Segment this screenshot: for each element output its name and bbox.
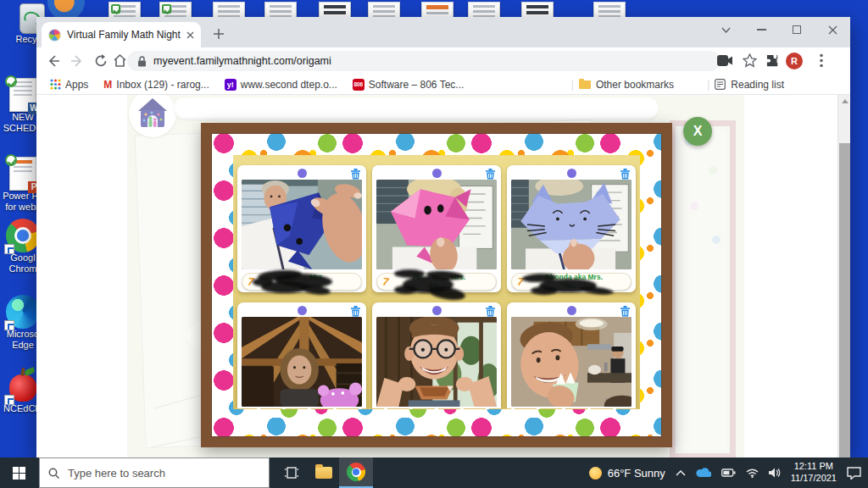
sun-icon [589, 467, 602, 480]
photo-pink-origami-pig[interactable] [376, 180, 497, 269]
folder-icon [579, 80, 591, 89]
tab-virtual-family-math-night[interactable]: Virtual Family Math Night [42, 22, 201, 47]
clock-date: 11/17/2021 [791, 473, 837, 483]
scroll-up-arrow[interactable] [842, 99, 849, 103]
bookmark-gmail-inbox[interactable]: M Inbox (129) - rarog... [103, 79, 209, 91]
select-dot-icon[interactable] [298, 306, 307, 315]
file-explorer-button[interactable] [307, 458, 341, 488]
clock-time: 12:11 PM [794, 461, 833, 471]
back-button[interactable] [47, 54, 60, 68]
bookmark-software-806[interactable]: 806 Software – 806 Tec... [353, 79, 465, 91]
extensions-puzzle-icon[interactable] [765, 53, 780, 68]
address-bar[interactable]: myevent.familymathnight.com/origami [127, 51, 721, 71]
select-dot-icon[interactable] [298, 169, 307, 178]
kebab-menu-icon[interactable] [820, 53, 823, 68]
profile-avatar[interactable]: R [786, 53, 803, 69]
home-button[interactable] [113, 53, 127, 68]
browser-toolbar: myevent.familymathnight.com/origami R [36, 47, 850, 75]
delete-trash-icon[interactable] [485, 305, 496, 317]
page-viewport: Be [36, 95, 850, 458]
taskbar-search-input[interactable]: Type here to search [39, 458, 270, 488]
maximize-button[interactable] [779, 17, 815, 42]
apple-icon [6, 368, 40, 403]
tray-expand-chevron[interactable] [676, 470, 686, 476]
photo-card: 7 Ph.... to .... Mrs.Ro...... [372, 165, 501, 292]
new-tab-button[interactable] [213, 28, 225, 40]
photo-card: 7 [237, 302, 366, 409]
chrome-taskbar-button[interactable] [339, 458, 373, 488]
bookmark-apps[interactable]: Apps [50, 79, 88, 91]
close-window-button[interactable] [815, 17, 850, 42]
minimize-button[interactable] [743, 17, 779, 42]
wifi-icon[interactable] [746, 469, 759, 478]
bookmarks-bar: Apps M Inbox (129) - rarog... y! www.sec… [36, 75, 850, 95]
caption-pill[interactable]: 7 Ph.... to .... Mrs.Ro...... [376, 273, 497, 291]
camera-icon[interactable] [717, 55, 733, 66]
browser-window: Virtual Family Math Night myevent.family… [36, 17, 850, 458]
photo-card: 7 [372, 302, 501, 409]
tab-strip: Virtual Family Math Night [36, 17, 850, 47]
photo-card: 7 R......... Mrs.......... [237, 165, 366, 292]
task-view-button[interactable] [275, 458, 309, 488]
reading-list[interactable]: | Reading list [707, 79, 784, 91]
photo-card: 7 Rhonda aka Mrs."Ro....." [507, 165, 636, 292]
onedrive-icon[interactable] [696, 468, 711, 478]
gallery-inner-panel: 7 R......... Mrs.......... [233, 155, 640, 409]
photo-gallery-modal: 7 R......... Mrs.......... [201, 123, 672, 447]
reload-button[interactable] [94, 54, 108, 68]
delete-trash-icon[interactable] [350, 168, 361, 180]
gmail-icon: M [103, 79, 112, 91]
photo-boy-with-glasses[interactable] [376, 317, 497, 407]
tab-close-icon[interactable] [186, 31, 194, 39]
select-dot-icon[interactable] [567, 169, 576, 178]
photo-card: 7 [507, 302, 636, 409]
photo-girl-in-cabin[interactable] [242, 317, 362, 407]
tab-search-chevron[interactable] [708, 17, 743, 42]
url-text: myevent.familymathnight.com/origami [153, 55, 331, 67]
apps-grid-icon [50, 79, 61, 90]
taskbar-clock[interactable]: 12:11 PM 11/17/2021 [791, 461, 837, 485]
other-bookmarks[interactable]: | Other bookmarks [571, 79, 674, 91]
file-explorer-icon [315, 467, 332, 479]
delete-trash-icon[interactable] [620, 168, 631, 180]
caption-text: Ph.... to .... Mrs.Ro...... [394, 274, 496, 291]
select-dot-icon[interactable] [567, 306, 576, 315]
taskbar: Type here to search 66°F Sunny 12:11 PM … [0, 458, 868, 488]
action-center-icon[interactable] [847, 467, 861, 480]
edge-icon [6, 295, 40, 329]
scrollbar-thumb[interactable] [839, 143, 850, 458]
task-view-icon [285, 467, 298, 479]
bookmark-yahoo[interactable]: y! www.second dtep.o... [225, 79, 337, 91]
start-button[interactable] [2, 458, 36, 488]
weather-text: 66°F Sunny [608, 467, 665, 480]
system-tray: 66°F Sunny 12:11 PM 11/17/2021 [589, 458, 868, 488]
caption-text: Rhonda aka Mrs."Ro....." [529, 274, 631, 291]
volume-icon[interactable] [769, 468, 781, 478]
reading-list-icon [715, 79, 726, 90]
select-dot-icon[interactable] [432, 169, 442, 178]
photo-blue-origami-cat[interactable] [511, 180, 632, 269]
caption-pill[interactable]: 7 Rhonda aka Mrs."Ro....." [511, 273, 632, 291]
chrome-icon [6, 219, 40, 252]
page-scrollbar[interactable] [837, 95, 850, 458]
battery-icon[interactable] [721, 469, 736, 477]
photo-card-grid: 7 R......... Mrs.......... [237, 165, 636, 409]
delete-trash-icon[interactable] [485, 168, 496, 180]
windows-logo-icon [13, 467, 25, 480]
806-icon: 806 [353, 79, 364, 91]
caption-pill[interactable]: 7 R......... Mrs.......... [242, 273, 362, 291]
site-favicon [48, 29, 61, 42]
delete-trash-icon[interactable] [620, 305, 631, 317]
caption-pencil-glyph: 7 [242, 274, 259, 289]
lock-icon[interactable] [137, 56, 147, 67]
delete-trash-icon[interactable] [350, 305, 361, 317]
photo-blue-origami-whale[interactable] [242, 180, 362, 269]
photo-boy-in-kitchen[interactable] [511, 317, 632, 407]
forward-button[interactable] [70, 54, 84, 68]
tab-title: Virtual Family Math Night [67, 29, 181, 41]
weather-widget[interactable]: 66°F Sunny [589, 467, 665, 480]
modal-close-button[interactable]: X [683, 117, 712, 146]
select-dot-icon[interactable] [432, 306, 442, 315]
bookmark-star-icon[interactable] [743, 53, 757, 68]
search-icon [48, 468, 59, 479]
